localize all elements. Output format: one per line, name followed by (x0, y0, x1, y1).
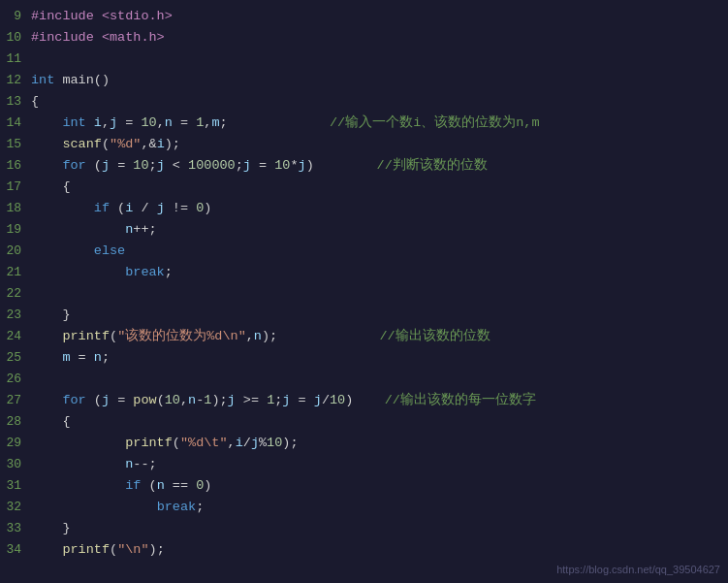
line-number: 27 (0, 390, 31, 411)
token-var: j (228, 393, 236, 407)
token-num: 10 (141, 115, 156, 130)
token-plain: { (31, 94, 39, 109)
line-number: 20 (0, 241, 31, 262)
token-var: m (62, 350, 70, 365)
token-plain: = (117, 115, 141, 130)
code-content: for (j = pow(10,n-1);j >= 1;j = j/10) //… (31, 390, 728, 411)
code-line: 19 n++; (0, 219, 728, 241)
token-kw: else (94, 243, 125, 258)
token-plain: / (133, 201, 156, 215)
token-plain: = (110, 158, 133, 173)
code-content: int i,j = 10,n = 1,m; //输入一个数i、该数的位数为n,m (31, 113, 728, 134)
token-str: "%d" (110, 137, 141, 151)
code-line: 33 } (0, 518, 728, 539)
token-var: n (188, 393, 196, 407)
line-number: 26 (0, 369, 31, 390)
line-number: 10 (0, 27, 31, 49)
code-content: else (31, 241, 728, 262)
code-content (31, 283, 728, 305)
token-plain: = (290, 393, 313, 407)
token-plain: ,& (141, 137, 156, 151)
token-num: 10 (165, 393, 180, 407)
code-line: 24 printf("该数的位数为%d\n",n); //输出该数的位数 (0, 326, 728, 347)
token-plain (31, 457, 125, 471)
token-plain: { (31, 414, 71, 429)
token-plain: , (102, 115, 110, 130)
code-content: #include <stdio.h> (31, 6, 728, 27)
token-var: j (157, 201, 165, 215)
token-plain: ; (102, 350, 110, 365)
token-comment: //输出该数的每一位数字 (385, 393, 536, 407)
token-var: j (157, 158, 165, 173)
token-comment: //判断该数的位数 (377, 158, 488, 173)
token-plain: ( (110, 201, 125, 215)
token-plain: == (165, 478, 196, 493)
token-plain: / (243, 436, 251, 450)
line-number: 15 (0, 134, 31, 155)
token-plain: , (246, 329, 254, 343)
code-line: 15 scanf("%d",&i); (0, 134, 728, 155)
code-line: 23 } (0, 305, 728, 326)
code-line: 9#include <stdio.h> (0, 6, 728, 27)
watermark: https://blog.csdn.net/qq_39504627 (556, 564, 720, 575)
code-line: 32 break; (0, 497, 728, 518)
code-content: printf("%d\t",i/j%10); (31, 433, 728, 454)
token-plain: ( (86, 393, 102, 407)
token-kw: if (125, 478, 141, 493)
token-plain: ) (345, 393, 385, 407)
line-number: 31 (0, 475, 31, 497)
token-plain: / (322, 393, 330, 407)
token-plain: main() (54, 73, 110, 87)
code-content: { (31, 411, 728, 433)
token-plain: ; (236, 158, 243, 173)
token-kw: if (94, 201, 110, 215)
code-line: 31 if (n == 0) (0, 475, 728, 497)
token-plain (86, 115, 94, 130)
code-line: 30 n--; (0, 454, 728, 475)
code-content: { (31, 177, 728, 198)
token-plain: ; (149, 158, 157, 173)
token-var: n (254, 329, 262, 343)
token-plain: != (165, 201, 196, 215)
token-plain: % (259, 436, 267, 450)
code-line: 34 printf("\n"); (0, 539, 728, 561)
line-number: 12 (0, 70, 31, 91)
line-number: 9 (0, 6, 31, 27)
code-line: 17 { (0, 177, 728, 198)
code-content: m = n; (31, 347, 728, 369)
line-number: 30 (0, 454, 31, 475)
token-fn: printf (125, 436, 173, 450)
token-comment: //输入一个数i、该数的位数为n,m (330, 115, 540, 130)
line-number: 19 (0, 219, 31, 241)
token-var: j (251, 436, 259, 450)
code-editor: 9#include <stdio.h>10#include <math.h>11… (0, 0, 728, 583)
code-line: 20 else (0, 241, 728, 262)
code-line: 26 (0, 369, 728, 390)
token-var: j (314, 393, 322, 407)
token-plain: , (157, 115, 165, 130)
token-plain (31, 115, 62, 130)
line-number: 14 (0, 113, 31, 134)
token-fn: printf (62, 329, 110, 343)
code-line: 10#include <math.h> (0, 27, 728, 49)
code-line: 16 for (j = 10;j < 100000;j = 10*j) //判断… (0, 155, 728, 177)
token-plain: ); (282, 436, 298, 450)
token-num: 10 (274, 158, 290, 173)
code-line: 28 { (0, 411, 728, 433)
code-content: break; (31, 497, 728, 518)
code-line: 25 m = n; (0, 347, 728, 369)
token-plain: * (290, 158, 298, 173)
token-plain: ( (110, 542, 117, 557)
token-plain: ( (141, 478, 156, 493)
token-plain (31, 137, 62, 151)
line-number: 16 (0, 155, 31, 177)
token-plain: = (110, 393, 133, 407)
token-plain: ); (149, 542, 165, 557)
token-num: 10 (133, 158, 148, 173)
token-plain: ( (86, 158, 102, 173)
token-inc: #include <math.h> (31, 30, 165, 45)
token-plain (31, 158, 62, 173)
token-plain (31, 222, 125, 237)
token-plain (31, 478, 125, 493)
token-plain: ; (220, 115, 330, 130)
